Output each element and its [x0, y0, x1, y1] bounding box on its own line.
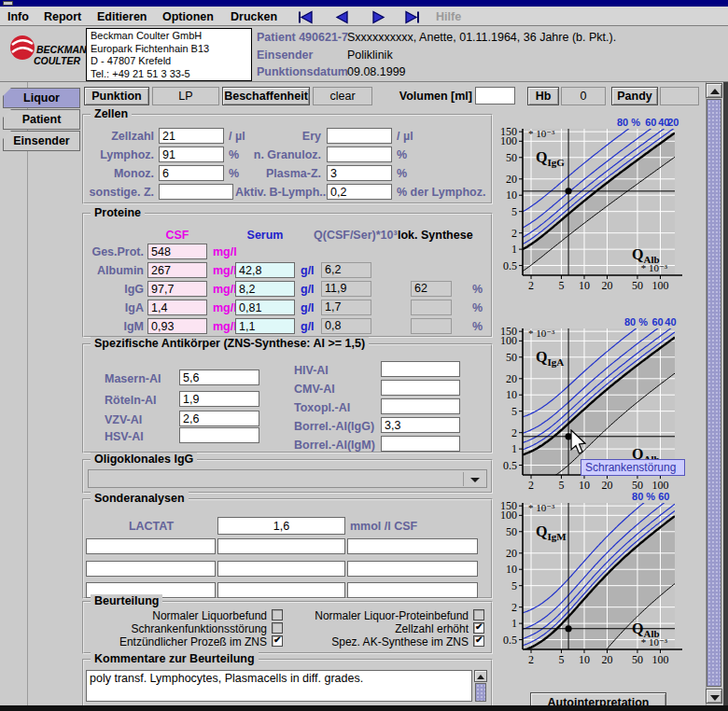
igg-csf-input[interactable]	[147, 281, 207, 297]
schrankenfunktionsstoerung-checkbox[interactable]	[272, 622, 283, 634]
kommentare-textarea[interactable]: poly transf. Lymphocytes, Plasmacells in…	[86, 670, 472, 702]
igm-serum-input[interactable]	[235, 318, 295, 334]
cmv-ai-label: CMV-AI	[294, 383, 335, 396]
albumin-csf-input[interactable]	[147, 262, 207, 278]
beschaffenheit-button[interactable]: Beschaffenheit	[222, 87, 310, 105]
ery-unit: / µl	[397, 130, 413, 143]
main-scroll-up-button[interactable]	[706, 83, 722, 98]
svg-text:20: 20	[667, 117, 679, 128]
hsv-ai-input[interactable]	[179, 427, 259, 443]
sonder-field-r1c1[interactable]	[86, 538, 216, 554]
iga-serum-input[interactable]	[235, 300, 295, 315]
cmv-ai-input[interactable]	[381, 380, 460, 396]
ery-input[interactable]	[327, 128, 392, 144]
lactat-label: LACTAT	[88, 520, 215, 533]
svg-text:1: 1	[511, 442, 517, 455]
kommentare-scroll-thumb[interactable]	[475, 683, 486, 702]
borrel-igg-input[interactable]	[381, 417, 460, 433]
last-record-icon[interactable]	[400, 10, 423, 24]
svg-text:20: 20	[602, 279, 613, 292]
first-record-icon[interactable]	[295, 10, 317, 24]
roeteln-ai-input[interactable]	[179, 391, 259, 407]
tab-liquor[interactable]: Liquor	[3, 88, 80, 108]
aktiv-blymph-unit: % der Lymphoz.	[397, 186, 485, 199]
menu-optionen[interactable]: Optionen	[162, 10, 214, 23]
serum-header: Serum	[235, 229, 295, 242]
menu-hilfe: Hilfe	[436, 10, 461, 23]
vzv-ai-input[interactable]	[179, 411, 259, 426]
monoz-label: Monoz.	[86, 167, 154, 180]
einsender-label: Einsender	[257, 49, 313, 62]
igm-lok-synthese-field	[411, 318, 452, 334]
plasmaz-input[interactable]	[327, 165, 392, 181]
menu-drucken[interactable]: Drucken	[231, 10, 277, 23]
normaler-proteinbefund-checkbox[interactable]	[473, 609, 484, 620]
igg-pct-sign: %	[472, 283, 483, 296]
beschaffenheit-value-field: clear	[313, 87, 372, 105]
albumin-csf-unit: mg/l	[213, 264, 237, 277]
previous-record-icon[interactable]	[331, 10, 354, 24]
normaler-liquorbefund-label: Normaler Liquorbefund	[90, 609, 267, 622]
pandy-button[interactable]: Pandy	[611, 87, 658, 105]
main-scrollbar-thumb[interactable]	[707, 99, 721, 687]
sonstige-input[interactable]	[159, 184, 233, 200]
volumen-input[interactable]	[475, 87, 515, 105]
svg-text:80 %: 80 %	[632, 491, 655, 502]
sonder-field-r3c3[interactable]	[347, 582, 478, 598]
lactat-input[interactable]	[217, 517, 345, 535]
svg-text:2: 2	[511, 426, 517, 439]
svg-text:1: 1	[511, 617, 517, 630]
svg-text:10: 10	[506, 188, 517, 202]
igg-serum-input[interactable]	[235, 281, 295, 297]
kommentare-scroll-up-button[interactable]	[474, 670, 487, 682]
svg-text:10: 10	[506, 388, 517, 401]
punktion-button[interactable]: Punktion	[84, 87, 149, 105]
schrankenstoerung-tooltip: Schrankenstörung	[581, 459, 685, 476]
lactat-unit: mmol /l CSF	[350, 520, 417, 533]
normaler-liquorbefund-checkbox[interactable]	[272, 609, 283, 620]
svg-text:50: 50	[506, 351, 517, 364]
sonder-field-r2c1[interactable]	[86, 561, 216, 577]
lymphoz-input[interactable]	[159, 146, 224, 162]
menu-report[interactable]: Report	[44, 10, 81, 23]
spez-ak-synthese-checkbox[interactable]	[473, 635, 484, 647]
aktiv-blymph-input[interactable]	[327, 184, 392, 200]
masern-ai-input[interactable]	[179, 369, 259, 385]
oligo-combobox[interactable]	[88, 469, 487, 488]
sonder-field-r2c2[interactable]	[217, 561, 345, 577]
main-scroll-down-button[interactable]	[706, 689, 722, 704]
address-line: Europark Fichtenhain B13	[91, 43, 247, 56]
hiv-ai-input[interactable]	[381, 361, 460, 377]
toxopl-ai-input[interactable]	[381, 398, 460, 414]
borrel-igm-input[interactable]	[381, 436, 460, 452]
vzv-ai-label: VZV-AI	[105, 413, 142, 426]
igm-csf-input[interactable]	[147, 318, 207, 334]
sonder-field-r1c2[interactable]	[217, 538, 345, 554]
tab-einsender[interactable]: Einsender	[3, 131, 80, 151]
hb-button[interactable]: Hb	[527, 87, 559, 105]
iga-csf-input[interactable]	[147, 300, 207, 315]
zellzahl-input[interactable]	[159, 128, 224, 144]
proteine-title: Proteine	[91, 206, 145, 219]
zellzahl-erhoeht-checkbox[interactable]	[473, 622, 484, 634]
gesprot-csf-unit: mg/l	[213, 245, 237, 258]
zellzahl-erhoeht-label: Zellzahl erhöht	[286, 622, 469, 635]
tab-patient[interactable]: Patient	[3, 109, 80, 130]
albumin-q-field: 6,2	[321, 262, 371, 278]
svg-text:* 10⁻³: * 10⁻³	[528, 502, 555, 513]
sonder-field-r2c3[interactable]	[347, 561, 478, 577]
sonder-field-r3c2[interactable]	[217, 582, 345, 598]
menu-editieren[interactable]: Editieren	[97, 10, 147, 23]
albumin-serum-input[interactable]	[235, 262, 295, 278]
monoz-input[interactable]	[159, 165, 224, 181]
sonder-field-r1c3[interactable]	[347, 538, 478, 554]
toxopl-ai-label: Toxopl.-AI	[294, 401, 350, 414]
granuloz-input[interactable]	[327, 146, 392, 162]
svg-text:1: 1	[511, 243, 517, 256]
entzuendlicher-prozess-checkbox[interactable]	[272, 635, 283, 647]
hiv-ai-label: HIV-AI	[294, 364, 329, 377]
gesprot-csf-input[interactable]	[147, 244, 207, 259]
next-record-icon[interactable]	[367, 10, 389, 24]
menu-info[interactable]: Info	[7, 10, 29, 23]
csf-header: CSF	[147, 229, 207, 242]
